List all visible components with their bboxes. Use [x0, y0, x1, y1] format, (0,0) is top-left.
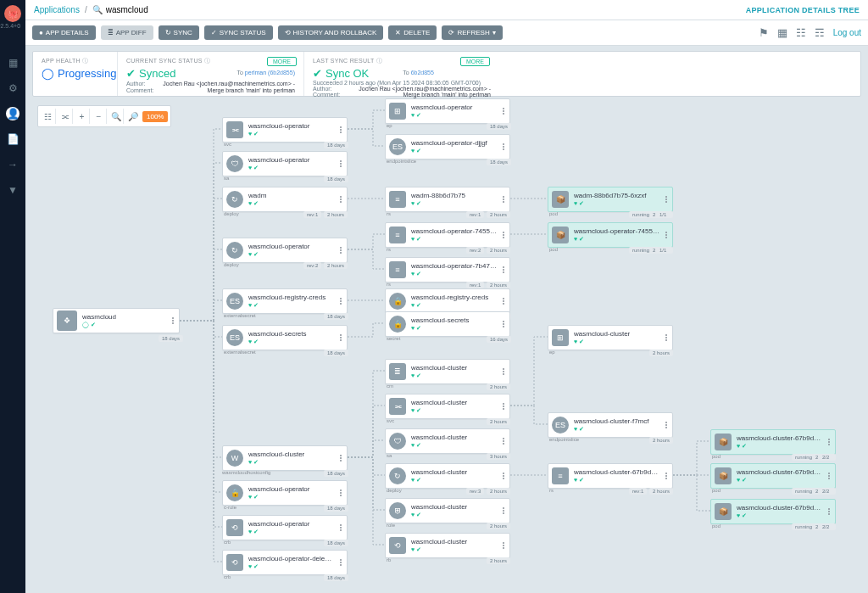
node-menu[interactable] — [662, 422, 672, 428]
refresh-button[interactable]: ⟳REFRESH ▾ — [442, 25, 502, 40]
node-menu[interactable] — [337, 126, 347, 133]
node-menu[interactable] — [662, 334, 672, 341]
nav-settings-icon[interactable]: ⚙ — [6, 81, 19, 95]
node-menu[interactable] — [499, 196, 509, 203]
nav-apps-icon[interactable]: ▦ — [6, 56, 19, 70]
nav-filter-icon[interactable]: ▼ — [6, 183, 19, 197]
resource-node[interactable]: 📦 wasmcloud-operator-745559...♥✔ — [548, 222, 673, 248]
resource-node[interactable]: 🔒 wasmcloud-registry-creds♥✔ — [385, 288, 510, 314]
resource-node[interactable]: 📦 wasmcloud-cluster-67b9d7bc...♥✔ — [710, 499, 836, 524]
delete-button[interactable]: ✕DELETE — [388, 25, 437, 40]
view-pods-icon[interactable]: ☷ — [796, 26, 806, 39]
kind-icon: ⊞ — [552, 329, 569, 346]
resource-node[interactable]: ⟲ wasmcloud-cluster♥✔ — [385, 533, 510, 558]
app-diff-button[interactable]: ≣APP DIFF — [101, 25, 153, 40]
node-menu[interactable] — [337, 160, 347, 167]
node-menu[interactable] — [662, 196, 672, 203]
node-menu[interactable] — [825, 439, 835, 445]
health-icon: ♥ — [248, 200, 252, 207]
resource-node[interactable]: ↻ wasmcloud-cluster♥✔ — [385, 463, 510, 489]
health-icon: ♥ — [411, 325, 415, 332]
node-menu[interactable] — [337, 455, 347, 462]
kind-label: crb — [224, 540, 231, 545]
node-menu[interactable] — [337, 334, 347, 341]
resource-node[interactable]: ⫘ wasmcloud-operator♥✔ — [222, 117, 348, 143]
node-menu[interactable] — [499, 108, 509, 115]
node-menu[interactable] — [662, 473, 672, 479]
node-menu[interactable] — [499, 266, 509, 273]
resource-node[interactable]: ⛨ wasmcloud-cluster♥✔ — [385, 498, 510, 523]
app-details-button[interactable]: ●APP DETAILS — [32, 25, 96, 40]
node-menu[interactable] — [499, 321, 509, 327]
resource-name: wasmcloud-cluster — [411, 364, 498, 372]
resource-node[interactable]: 📦 wasmcloud-cluster-67b9d7bc...♥✔ — [710, 429, 836, 455]
resource-node[interactable]: ⊞ wasmcloud-operator♥✔ — [385, 98, 510, 124]
kind-label: endpointslice — [387, 159, 416, 164]
node-menu[interactable] — [337, 490, 347, 496]
ok-icon: ✔ — [313, 67, 322, 80]
breadcrumb-applications[interactable]: Applications — [34, 5, 80, 14]
resource-node[interactable]: ⫘ wasmcloud-cluster♥✔ — [385, 394, 510, 419]
nav-docs-icon[interactable]: 📄 — [6, 132, 19, 146]
node-menu[interactable] — [662, 232, 672, 238]
history-button[interactable]: ⟲HISTORY AND ROLLBACK — [278, 25, 384, 40]
node-menu[interactable] — [499, 143, 509, 150]
resource-node[interactable]: ⊞ wasmcloud-cluster♥✔ — [548, 325, 673, 350]
resource-node[interactable]: ES wasmcloud-operator-djjgf♥✔ — [385, 134, 510, 159]
resource-node[interactable]: ≡ wasmcloud-operator-7b4774...♥✔ — [385, 257, 510, 283]
node-menu[interactable] — [337, 559, 347, 566]
last-sync-more-button[interactable]: MORE — [460, 57, 490, 66]
kind-icon: ≡ — [389, 261, 406, 278]
resource-tree-canvas[interactable]: ❖ wasmcloud◯✔ 18 days ⫘ wasmcloud-operat… — [25, 97, 868, 593]
node-menu[interactable] — [499, 403, 509, 410]
age-badge: 2 hours — [324, 262, 348, 269]
status-badge: running — [792, 454, 815, 461]
resource-node-root[interactable]: ❖ wasmcloud◯✔ — [53, 308, 180, 333]
node-menu[interactable] — [825, 508, 835, 515]
resource-node[interactable]: ⟲ wasmcloud-operator-delegator♥✔ — [222, 550, 348, 575]
resource-node[interactable]: ⟲ wasmcloud-operator♥✔ — [222, 515, 348, 540]
nav-user-icon[interactable]: 👤 — [6, 107, 19, 120]
node-menu[interactable] — [337, 524, 347, 531]
sync-to-rev: To perlman (6b2d855) — [236, 70, 295, 76]
view-tree-icon[interactable]: ⚑ — [759, 26, 769, 39]
view-network-icon[interactable]: ☶ — [815, 26, 825, 39]
resource-node[interactable]: ≣ wasmcloud-cluster♥✔ — [385, 359, 510, 384]
resource-node[interactable]: 🔒 wasmcloud-operator♥✔ — [222, 480, 348, 506]
search-box[interactable]: 🔍 — [92, 5, 174, 14]
node-menu[interactable] — [499, 507, 509, 514]
resource-node[interactable]: ≡ wadm-88b6d7b75♥✔ — [385, 187, 510, 212]
resource-node[interactable]: 🔒 wasmcloud-secrets♥✔ — [385, 311, 510, 337]
resource-node[interactable]: ≡ wasmcloud-operator-745559...♥✔ — [385, 222, 510, 248]
resource-node[interactable]: 🛡 wasmcloud-cluster♥✔ — [385, 428, 510, 454]
kind-label: pod — [712, 488, 721, 493]
resource-node[interactable]: ES wasmcloud-secrets♥✔ — [222, 325, 348, 350]
logout-link[interactable]: Log out — [833, 28, 861, 37]
resource-node[interactable]: 📦 wadm-88b6d7b75-6xzxf♥✔ — [548, 187, 673, 212]
sync-status-button[interactable]: ✓SYNC STATUS — [204, 25, 273, 40]
node-menu[interactable] — [169, 317, 179, 324]
node-menu[interactable] — [337, 196, 347, 203]
node-menu[interactable] — [337, 298, 347, 305]
node-menu[interactable] — [337, 247, 347, 254]
sync-button[interactable]: ↻SYNC — [159, 25, 199, 40]
node-menu[interactable] — [499, 232, 509, 238]
resource-node[interactable]: 📦 wasmcloud-cluster-67b9d7bc...♥✔ — [710, 463, 836, 489]
view-grid-icon[interactable]: ▦ — [777, 26, 787, 39]
node-menu[interactable] — [499, 473, 509, 479]
sync-more-button[interactable]: MORE — [267, 57, 297, 66]
resource-node[interactable]: 🛡 wasmcloud-operator♥✔ — [222, 151, 348, 176]
resource-node[interactable]: ES wasmcloud-cluster-f7mcf♥✔ — [548, 412, 673, 438]
node-menu[interactable] — [825, 473, 835, 479]
resource-node[interactable]: ↻ wadm♥✔ — [222, 187, 348, 212]
nav-collapse-icon[interactable]: → — [6, 158, 19, 171]
node-menu[interactable] — [499, 542, 509, 549]
search-input[interactable] — [106, 5, 174, 14]
node-menu[interactable] — [499, 298, 509, 305]
resource-node[interactable]: ≡ wasmcloud-cluster-67b9d7bc...♥✔ — [548, 463, 673, 489]
resource-node[interactable]: W wasmcloud-cluster♥✔ — [222, 445, 348, 471]
node-menu[interactable] — [499, 438, 509, 445]
resource-node[interactable]: ↻ wasmcloud-operator♥✔ — [222, 238, 348, 263]
node-menu[interactable] — [499, 368, 509, 375]
resource-node[interactable]: ES wasmcloud-registry-creds♥✔ — [222, 288, 348, 314]
